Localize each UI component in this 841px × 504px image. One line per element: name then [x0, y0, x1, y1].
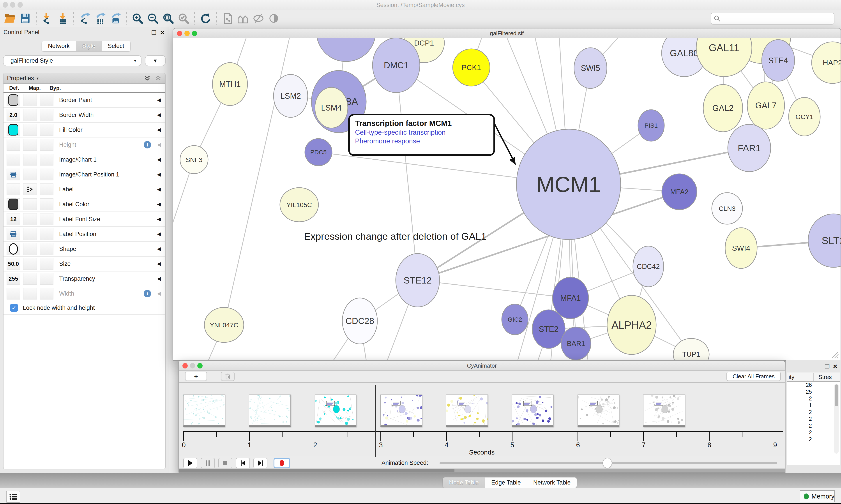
play-button[interactable]: [183, 458, 197, 468]
collapse-arrow-icon[interactable]: ◀: [157, 291, 161, 296]
frame-thumbnail-3[interactable]: [380, 395, 422, 427]
collapse-arrow-icon[interactable]: ◀: [157, 231, 161, 237]
network-node-yil105c[interactable]: YIL105C: [280, 187, 319, 222]
mapping-cell[interactable]: [23, 228, 37, 240]
table-body[interactable]: 26252122222: [787, 382, 840, 465]
delete-frame-button[interactable]: [221, 372, 235, 381]
bypass-cell[interactable]: [40, 243, 53, 255]
frame-thumbnail-7[interactable]: [643, 395, 685, 427]
collapse-arrow-icon[interactable]: ◀: [157, 246, 161, 252]
table-cell-value[interactable]: 2: [787, 422, 840, 429]
default-value-cell[interactable]: [6, 198, 20, 210]
mapping-cell[interactable]: [23, 154, 37, 165]
mcm1-annotation[interactable]: Transcription factor MCM1 Cell-type-spec…: [348, 114, 495, 156]
property-row-height[interactable]: Heighti◀: [3, 138, 165, 152]
collapse-arrow-icon[interactable]: ◀: [157, 186, 161, 192]
property-row-label-font-size[interactable]: 12Label Font Size◀: [3, 212, 165, 227]
mapping-cell[interactable]: [23, 258, 37, 270]
default-value-cell[interactable]: [6, 94, 20, 106]
network-node-gal7[interactable]: GAL7: [747, 82, 785, 129]
network-node-pck1[interactable]: PCK1: [453, 49, 490, 86]
show-graphics-details-icon[interactable]: [267, 12, 280, 25]
table-cell-value[interactable]: 2: [787, 409, 840, 416]
table-col-ity[interactable]: ity: [789, 374, 794, 380]
collapse-arrow-icon[interactable]: ◀: [157, 261, 161, 267]
close-panel-icon[interactable]: ✕: [833, 363, 838, 370]
mapping-cell[interactable]: [23, 124, 37, 136]
skip-start-button[interactable]: [236, 458, 250, 468]
default-value-cell[interactable]: [6, 288, 20, 300]
network-canvas[interactable]: RPS28BRPS28ADCP1DMC1PCK1MTH1LSM2LSM4SNF3…: [173, 38, 841, 360]
tab-network-table[interactable]: Network Table: [527, 478, 577, 488]
network-window-titlebar[interactable]: galFiltered.sif: [173, 29, 841, 38]
mapping-cell[interactable]: [23, 198, 37, 210]
network-node-pdc5[interactable]: PDC5: [305, 139, 332, 166]
network-node-ynl047c[interactable]: YNL047C: [204, 307, 244, 342]
bypass-cell[interactable]: [40, 228, 53, 240]
network-node-snf3[interactable]: SNF3: [180, 146, 208, 174]
style-selector[interactable]: galFiltered Style ▾: [3, 55, 142, 66]
frame-thumbnail-2[interactable]: [315, 395, 356, 427]
import-network-icon[interactable]: [41, 12, 54, 25]
default-value-cell[interactable]: [6, 139, 20, 151]
zoom-out-icon[interactable]: [146, 12, 159, 25]
network-node-lsm4[interactable]: LSM4: [315, 87, 348, 128]
skip-end-button[interactable]: [253, 458, 267, 468]
table-cell-value[interactable]: 2: [787, 429, 840, 436]
tab-style[interactable]: Style: [76, 41, 102, 51]
property-row-label-position[interactable]: Label Position◀: [3, 227, 165, 242]
network-node-rps28b[interactable]: RPS28B: [317, 38, 376, 61]
bypass-cell[interactable]: [40, 258, 53, 270]
table-cell-value[interactable]: 1: [787, 402, 840, 409]
frame-thumbnail-4[interactable]: [446, 395, 488, 427]
table-cell-value[interactable]: 25: [787, 389, 840, 395]
mapping-cell[interactable]: [23, 168, 37, 180]
collapse-arrow-icon[interactable]: ◀: [157, 216, 161, 222]
default-value-cell[interactable]: 50.0: [6, 258, 20, 270]
memory-button[interactable]: Memory: [800, 490, 835, 502]
network-node-hap2[interactable]: HAP2: [812, 42, 841, 84]
float-panel-icon[interactable]: ❐: [825, 363, 829, 370]
network-node-ste2[interactable]: STE2: [532, 310, 565, 348]
info-icon[interactable]: i: [144, 290, 151, 297]
mapping-cell[interactable]: [23, 183, 37, 195]
network-node-ste4[interactable]: STE4: [762, 40, 794, 81]
save-session-icon[interactable]: [19, 12, 32, 25]
stop-button[interactable]: [218, 458, 232, 468]
network-node-cln3[interactable]: CLN3: [712, 193, 742, 224]
close-panel-icon[interactable]: ✕: [160, 29, 165, 36]
table-cell-value[interactable]: 2: [787, 416, 840, 422]
frame-thumbnail-0[interactable]: [183, 395, 225, 427]
collapse-arrow-icon[interactable]: ◀: [157, 157, 161, 162]
scrollbar-thumb[interactable]: [179, 469, 454, 472]
default-value-cell[interactable]: [6, 183, 20, 195]
annotation-link[interactable]: Pheromone response: [355, 137, 488, 145]
network-node-mfa1[interactable]: MFA1: [553, 277, 589, 319]
bypass-cell[interactable]: [40, 124, 53, 136]
collapse-arrow-icon[interactable]: ◀: [157, 112, 161, 118]
collapse-arrow-icon[interactable]: ◀: [157, 172, 161, 177]
network-node-gal2[interactable]: GAL2: [703, 85, 742, 132]
table-cell-value[interactable]: 26: [787, 382, 840, 389]
network-node-swi5[interactable]: SWI5: [574, 48, 607, 88]
bypass-cell[interactable]: [40, 139, 53, 151]
mapping-cell[interactable]: [23, 139, 37, 151]
frame-thumbnail-1[interactable]: [249, 395, 291, 427]
network-node-alpha2[interactable]: ALPHA2: [607, 295, 656, 355]
collapse-arrow-icon[interactable]: ◀: [157, 127, 161, 133]
default-value-cell[interactable]: [6, 243, 20, 255]
bypass-cell[interactable]: [40, 198, 53, 210]
property-row-label[interactable]: Label◀: [3, 182, 165, 197]
slider-handle[interactable]: [603, 458, 612, 468]
task-history-button[interactable]: [6, 491, 20, 503]
resize-grip-icon[interactable]: [830, 350, 839, 359]
network-node-tup1[interactable]: TUP1: [673, 339, 709, 360]
tab-select[interactable]: Select: [102, 41, 130, 51]
network-node-far1[interactable]: FAR1: [728, 124, 771, 172]
export-network-icon[interactable]: [78, 12, 91, 25]
table-header-row[interactable]: ity Stres: [787, 372, 840, 382]
table-cell-value[interactable]: 2: [787, 436, 840, 443]
mapping-cell[interactable]: [23, 94, 37, 106]
bypass-cell[interactable]: [40, 213, 53, 225]
mapping-cell[interactable]: [23, 243, 37, 255]
